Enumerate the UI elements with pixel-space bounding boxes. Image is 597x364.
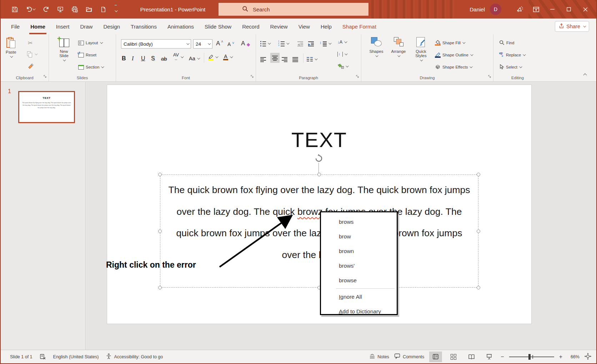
tab-shape-format[interactable]: Shape Format [337, 19, 382, 34]
search-input[interactable]: Search [219, 3, 368, 16]
font-color-button[interactable]: A [223, 53, 232, 61]
increase-font-size-button[interactable]: A˄ [216, 39, 224, 48]
reset-button[interactable]: ↺ Reset [78, 51, 96, 59]
character-spacing-button[interactable]: AV ↔ [173, 53, 183, 61]
text-direction-button[interactable]: ↓A [337, 38, 346, 46]
selected-text-box[interactable]: The quick brown fox flying over the lazy… [160, 175, 478, 288]
ribbon-display-options-icon[interactable] [528, 0, 544, 19]
font-size-select[interactable]: 24 [193, 39, 212, 49]
tab-view[interactable]: View [293, 19, 315, 34]
redo-icon[interactable] [40, 3, 52, 16]
customize-quick-access-icon[interactable] [111, 3, 120, 16]
rotate-handle[interactable] [315, 154, 323, 164]
menu-item-suggestion[interactable]: browse [321, 273, 397, 288]
slide-indicator[interactable]: Slide 1 of 1 [10, 354, 32, 359]
zoom-out-button[interactable]: − [501, 354, 504, 360]
change-case-button[interactable]: Aa [189, 54, 199, 63]
drawing-dialog-launcher-icon[interactable] [488, 73, 491, 80]
zoom-in-button[interactable]: + [559, 354, 562, 360]
accessibility-status[interactable]: Accessibility: Good to go [106, 353, 163, 360]
bold-button[interactable]: B [122, 54, 126, 63]
tab-home[interactable]: Home [25, 19, 51, 34]
align-left-button[interactable] [260, 55, 266, 64]
minimize-button[interactable] [544, 0, 561, 19]
quick-styles-button[interactable]: Quick Styles [411, 37, 431, 61]
align-center-button[interactable] [270, 53, 280, 63]
text-shadow-button[interactable]: S [151, 54, 155, 63]
copy-button[interactable] [27, 50, 37, 59]
undo-icon[interactable] [23, 3, 38, 16]
highlight-color-button[interactable] [208, 53, 217, 61]
shapes-button[interactable]: Shapes [367, 37, 386, 57]
slide-thumbnail[interactable]: TEXT The quick brown fox flying over the… [18, 91, 75, 123]
section-button[interactable]: Section [78, 63, 103, 71]
convert-smartart-button[interactable] [337, 62, 348, 71]
shape-effects-button[interactable]: Shape Effects [435, 63, 472, 71]
decrease-indent-button[interactable]: ◀ [297, 39, 303, 48]
shape-outline-button[interactable]: Shape Outline [435, 51, 472, 59]
reading-view-button[interactable] [465, 352, 478, 362]
menu-item-suggestion[interactable]: brow [321, 229, 397, 244]
shape-fill-button[interactable]: Shape Fill [435, 39, 465, 47]
align-right-button[interactable] [282, 55, 287, 64]
avatar[interactable]: D [490, 4, 501, 15]
paragraph-dialog-launcher-icon[interactable] [356, 73, 359, 80]
select-button[interactable]: Select [499, 63, 521, 71]
clear-formatting-button[interactable]: A [241, 39, 250, 48]
strikethrough-button[interactable]: ab [161, 54, 167, 63]
notes-button[interactable]: Notes [369, 354, 389, 360]
tab-transitions[interactable]: Transitions [125, 19, 162, 34]
decrease-font-size-button[interactable]: A˅ [227, 40, 235, 49]
maximize-button[interactable] [561, 0, 577, 19]
menu-item-ignore-all[interactable]: Ignore All [321, 289, 397, 304]
find-button[interactable]: Find [499, 39, 514, 47]
resize-handle-bottom-left[interactable] [158, 286, 162, 289]
spell-check-icon[interactable] [40, 354, 46, 360]
new-document-icon[interactable] [97, 3, 109, 16]
language-indicator[interactable]: English (United States) [53, 354, 99, 359]
align-text-button[interactable]: ↕ [337, 50, 347, 59]
collapse-ribbon-button[interactable] [584, 71, 586, 78]
line-spacing-button[interactable]: ↕ [320, 39, 331, 48]
paste-button[interactable]: Paste [6, 37, 16, 58]
slide-body-text[interactable]: The quick brown fox flying over the lazy… [160, 179, 478, 266]
bullets-button[interactable] [260, 39, 270, 48]
columns-button[interactable] [307, 55, 317, 64]
tab-slide-show[interactable]: Slide Show [199, 19, 237, 34]
zoom-slider-handle[interactable] [528, 354, 531, 360]
increase-indent-button[interactable]: ▶ [308, 39, 314, 48]
resize-handle-top-left[interactable] [158, 173, 162, 176]
menu-item-add-to-dictionary[interactable]: Add to Dictionary [321, 304, 397, 319]
feedback-megaphone-icon[interactable] [511, 0, 528, 19]
justify-button[interactable] [292, 55, 298, 64]
resize-handle-middle-left[interactable] [158, 229, 162, 233]
numbering-button[interactable]: 1 2 3 [278, 39, 289, 48]
quick-print-icon[interactable] [69, 3, 81, 16]
slide-canvas[interactable]: TEXT The quick brown fox flying over the… [107, 85, 532, 324]
layout-button[interactable]: Layout [78, 39, 102, 47]
font-dialog-launcher-icon[interactable] [250, 73, 254, 80]
clipboard-dialog-launcher-icon[interactable] [43, 73, 47, 80]
font-family-select[interactable]: Calibri (Body) [121, 39, 191, 49]
resize-handle-middle-right[interactable] [477, 229, 480, 233]
fit-to-window-button[interactable] [585, 353, 591, 361]
tab-file[interactable]: File [6, 19, 25, 34]
close-button[interactable] [577, 0, 593, 19]
tab-record[interactable]: Record [237, 19, 265, 34]
slide-show-button[interactable] [483, 352, 496, 362]
underline-button[interactable]: U [141, 54, 145, 63]
comments-button[interactable]: Comments [394, 353, 424, 360]
arrange-button[interactable]: Arrange [388, 37, 408, 57]
new-slide-button[interactable]: + New Slide [55, 37, 73, 61]
open-folder-icon[interactable] [83, 3, 95, 16]
menu-item-suggestion[interactable]: brown [321, 244, 397, 258]
menu-item-suggestion[interactable]: brows [321, 214, 397, 229]
resize-handle-top-center[interactable] [317, 173, 321, 176]
tab-help[interactable]: Help [315, 19, 337, 34]
zoom-slider[interactable] [509, 354, 554, 360]
resize-handle-top-right[interactable] [477, 173, 480, 176]
tab-draw[interactable]: Draw [75, 19, 98, 34]
cut-button[interactable]: ✂ [28, 39, 32, 47]
tab-review[interactable]: Review [265, 19, 293, 34]
italic-button[interactable]: I [132, 54, 134, 63]
